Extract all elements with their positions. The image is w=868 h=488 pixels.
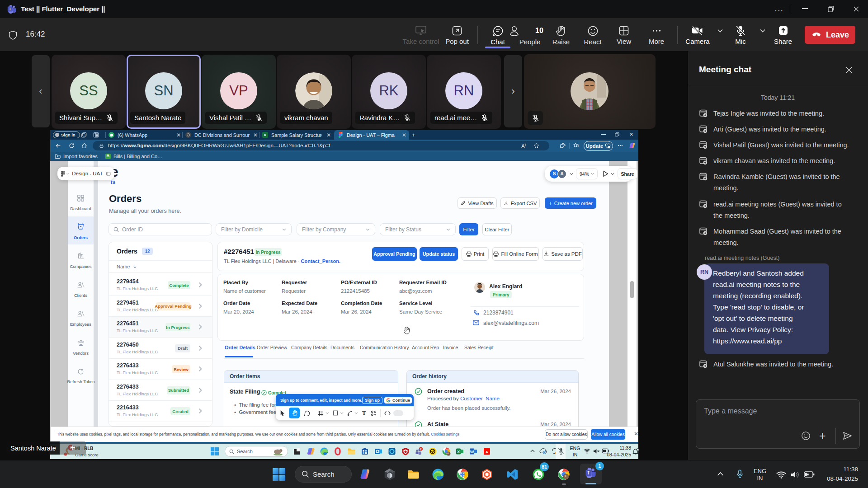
svg-text:A: A [486,450,488,454]
svg-text:W: W [470,450,474,454]
svg-text:X: X [457,450,460,454]
svg-text:T: T [587,470,590,475]
svg-text:T: T [9,7,11,11]
